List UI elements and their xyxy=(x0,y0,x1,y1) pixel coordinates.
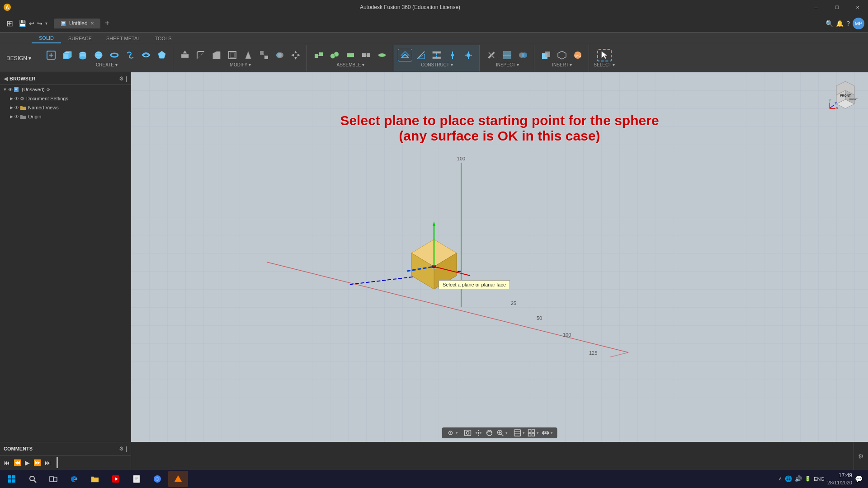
minimize-button[interactable]: — xyxy=(806,0,826,14)
comments-expand-icon[interactable]: | xyxy=(126,446,127,452)
clock[interactable]: 17:49 28/11/2020 xyxy=(827,472,852,486)
new-tab-button[interactable]: + xyxy=(105,19,110,28)
search-button[interactable]: 🔍 xyxy=(826,20,833,27)
motion-button[interactable] xyxy=(375,49,389,61)
taskbar-search[interactable] xyxy=(23,471,42,487)
scale-button[interactable] xyxy=(257,49,271,61)
viewport[interactable]: 100 25 50 100 125 Select plane to place … xyxy=(131,72,868,442)
playback-play-button[interactable]: ▶ xyxy=(25,459,30,466)
sphere-button[interactable] xyxy=(91,49,106,61)
close-button[interactable]: ✕ xyxy=(847,0,868,14)
redo-dropdown[interactable]: ▾ xyxy=(45,21,47,26)
visibility-icon-named-views[interactable]: 👁 xyxy=(14,105,19,110)
pipe-button[interactable] xyxy=(139,49,153,61)
playback-prev-button[interactable]: ⏪ xyxy=(14,459,21,466)
tab-solid[interactable]: SOLID xyxy=(32,33,61,43)
draft-button[interactable] xyxy=(241,49,255,61)
visibility-icon-settings[interactable]: 👁 xyxy=(14,96,19,101)
comments-settings-icon[interactable]: ⚙ xyxy=(119,446,124,452)
measure-toggle-button[interactable]: ▾ xyxy=(542,429,553,437)
taskbar-files[interactable] xyxy=(127,471,146,487)
svg-text:Y: Y xyxy=(829,99,831,103)
visibility-icon-unsaved[interactable]: 👁 xyxy=(8,87,13,92)
pan-button[interactable] xyxy=(475,429,483,437)
point-button[interactable] xyxy=(461,49,476,61)
measure-button[interactable] xyxy=(484,49,499,61)
insert-derive-button[interactable] xyxy=(539,49,553,61)
network-icon[interactable]: 🌐 xyxy=(785,475,792,482)
account-button[interactable]: 🔔 xyxy=(836,20,844,27)
insert-mesh-button[interactable] xyxy=(555,49,569,61)
undo-button[interactable]: ↩ xyxy=(29,20,34,27)
orbit-button[interactable] xyxy=(486,429,494,437)
zoom-button[interactable]: ▾ xyxy=(496,429,508,437)
tree-item-origin[interactable]: ▶ 👁 Origin xyxy=(0,112,131,121)
display-mode-button[interactable]: ▾ xyxy=(514,429,525,437)
svg-rect-71 xyxy=(15,89,17,90)
viewport-settings-button[interactable]: ⚙ xyxy=(854,442,868,470)
decal-button[interactable]: IMG xyxy=(571,49,585,61)
chamfer-button[interactable] xyxy=(209,49,224,61)
taskview-button[interactable] xyxy=(43,471,63,487)
browser-expand-icon[interactable]: | xyxy=(126,75,127,82)
coil-button[interactable] xyxy=(123,49,137,61)
maximize-button[interactable]: ☐ xyxy=(826,0,847,14)
grid-toggle-button[interactable]: ▾ xyxy=(528,429,539,437)
offset-plane-button[interactable] xyxy=(398,49,412,61)
joint-button[interactable] xyxy=(327,49,342,61)
fillet-button[interactable] xyxy=(193,49,208,61)
snap-button[interactable]: ▾ xyxy=(447,429,458,437)
tab-surface[interactable]: SURFACE xyxy=(61,34,99,43)
collapse-arrow[interactable]: ◀ xyxy=(4,75,8,82)
help-button[interactable]: ? xyxy=(846,20,850,27)
doc-tab[interactable]: Untitled ✕ xyxy=(54,19,100,28)
start-button[interactable] xyxy=(2,471,22,487)
press-pull-button[interactable] xyxy=(178,49,192,61)
capture-button[interactable] xyxy=(464,429,472,437)
tab-tools[interactable]: TOOLS xyxy=(147,34,179,43)
tree-item-named-views[interactable]: ▶ 👁 Named Views xyxy=(0,103,131,112)
tab-sheet-metal[interactable]: SHEET METAL xyxy=(99,34,147,43)
taskbar-media[interactable] xyxy=(106,471,126,487)
browser-settings-icon[interactable]: ⚙ xyxy=(119,75,124,82)
redo-button[interactable]: ↪ xyxy=(37,20,42,27)
tree-item-doc-settings[interactable]: ▶ 👁 ⚙ Document Settings xyxy=(0,94,131,103)
create-form-button[interactable] xyxy=(155,49,169,61)
tray-chevron[interactable]: ∧ xyxy=(778,476,782,482)
playback-next-button[interactable]: ⏩ xyxy=(33,459,41,466)
midplane-button[interactable] xyxy=(429,49,444,61)
angle-plane-button[interactable] xyxy=(414,49,428,61)
assemble-section: ASSEMBLE ▾ xyxy=(308,45,393,71)
tree-item-unsaved[interactable]: ▼ 👁 (Unsaved) ⟳ xyxy=(0,85,131,94)
playback-first-button[interactable]: ⏮ xyxy=(4,459,10,466)
taskbar-chrome[interactable] xyxy=(147,471,167,487)
apps-grid-button[interactable]: ⊞ xyxy=(4,18,16,29)
user-avatar[interactable]: MP xyxy=(853,18,864,29)
taskbar-explorer[interactable] xyxy=(85,471,105,487)
playback-last-button[interactable]: ⏭ xyxy=(45,459,51,466)
shell-button[interactable] xyxy=(225,49,240,61)
axis-button[interactable] xyxy=(445,49,460,61)
move-button[interactable] xyxy=(288,49,303,61)
cylinder-button[interactable] xyxy=(75,49,90,61)
torus-button[interactable] xyxy=(107,49,122,61)
select-button[interactable] xyxy=(597,49,612,61)
timeline-marker[interactable] xyxy=(57,457,58,468)
box-button[interactable] xyxy=(60,49,74,61)
new-body-button[interactable] xyxy=(44,49,58,61)
design-button[interactable]: DESIGN ▾ xyxy=(2,53,36,63)
close-doc-icon[interactable]: ✕ xyxy=(90,21,94,26)
taskbar-edge[interactable] xyxy=(64,471,84,487)
interference-button[interactable] xyxy=(516,49,530,61)
visibility-icon-origin[interactable]: 👁 xyxy=(14,114,19,119)
section-button[interactable] xyxy=(500,49,514,61)
save-button[interactable]: 💾 xyxy=(19,20,26,27)
ground-button[interactable] xyxy=(343,49,358,61)
combine-button[interactable] xyxy=(273,49,287,61)
view-cube[interactable]: FRONT RIGHT Z X Y xyxy=(827,77,863,113)
rigid-button[interactable] xyxy=(359,49,373,61)
taskbar-app5[interactable] xyxy=(168,471,188,487)
volume-icon[interactable]: 🔊 xyxy=(795,475,802,482)
notification-button[interactable]: 💬 xyxy=(855,475,863,483)
assemble-btn1[interactable] xyxy=(311,49,326,61)
